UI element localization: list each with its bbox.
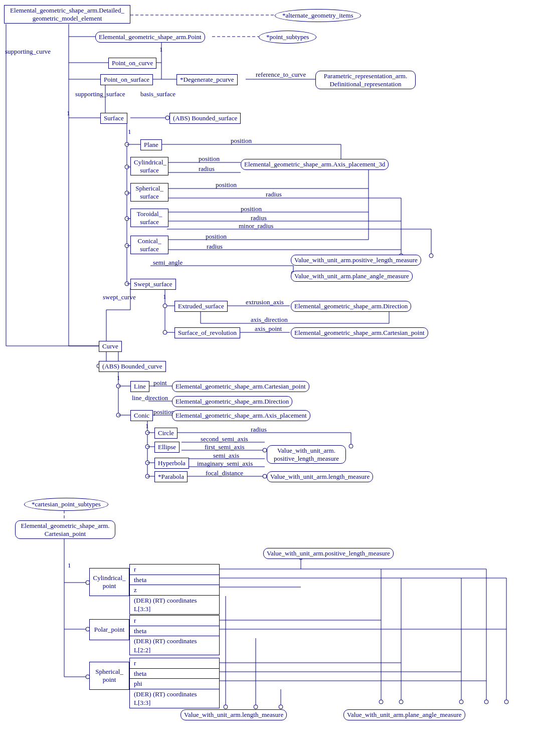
plm3-box: Value_with_unit_arm.positive_length_meas…	[263, 548, 394, 559]
pos-box: Point_on_surface	[100, 74, 153, 85]
svg-point-126	[504, 700, 508, 704]
sph-surf-box: Spherical_surface	[130, 183, 168, 202]
cyl-pt-box: Cylindrical_point	[89, 568, 129, 596]
axis3d-box: Elemental_geometric_shape_arm.Axis_place…	[241, 159, 389, 170]
plm-box: Value_with_unit_arm.positive_length_meas…	[291, 255, 421, 266]
line-dir-box: Elemental_geometric_shape_arm.Direction	[172, 396, 292, 407]
svg-point-120	[254, 705, 258, 709]
svg-point-91	[263, 448, 267, 452]
svg-point-123	[399, 700, 403, 704]
point-subtypes-oval: *point_subtypes	[259, 31, 316, 44]
extruded-box: Extruded_surface	[174, 301, 228, 312]
param-rep-box: Parametric_representation_arm.Definition…	[315, 71, 416, 89]
lm3-box: Value_with_unit_arm.length_measure	[181, 709, 287, 720]
svg-point-77	[145, 461, 149, 465]
axis-place-box: Elemental_geometric_shape_arm.Axis_place…	[172, 410, 310, 421]
sph-pt-attrs: r theta phi (DER) (RT) coordinates L[3:3…	[129, 658, 220, 708]
plm2-box: Value_with_unit_arm.positive_length_meas…	[267, 445, 346, 464]
svg-point-52	[163, 304, 167, 308]
lm-box: Value_with_unit_arm.length_measure	[267, 471, 373, 482]
circle-box: Circle	[154, 428, 177, 439]
con-surf-box: Conical_surface	[130, 236, 168, 254]
sph-pt-box: Spherical_point	[89, 662, 129, 690]
root-text: Elemental_geometric_shape_arm.Detailed_g…	[10, 7, 124, 22]
parabola-box: *Parabola	[154, 471, 188, 482]
hyperbola-box: Hyperbola	[154, 458, 189, 469]
root-box: Elemental_geometric_shape_arm.Detailed_g…	[4, 5, 130, 24]
svg-point-124	[459, 700, 463, 704]
svg-point-45	[429, 254, 433, 258]
cyl-pt-attrs: r theta z (DER) (RT) coordinates L[3:3]	[129, 564, 220, 615]
line-cpt-box: Elemental_geometric_shape_arm.Cartesian_…	[172, 381, 309, 392]
bounded-surface-box: (ABS) Bounded_surface	[169, 113, 241, 124]
svg-point-78	[145, 474, 149, 478]
svg-point-122	[379, 700, 383, 704]
cart-sub-oval: *cartesian_point_subtypes	[24, 498, 108, 511]
svg-point-90	[349, 444, 353, 448]
svg-point-125	[484, 700, 488, 704]
svg-point-22	[125, 282, 129, 286]
svg-point-119	[224, 705, 228, 709]
cpt-box: Elemental_geometric_shape_arm.Cartesian_…	[291, 327, 428, 338]
svg-point-121	[279, 705, 283, 709]
polar-pt-attrs: r theta (DER) (RT) coordinates L[2:2]	[129, 615, 220, 655]
pam-box: Value_with_unit_arm.plane_angle_measure	[291, 271, 413, 282]
lbl-supporting-curve: supporting_curve	[5, 48, 51, 56]
svg-point-76	[145, 445, 149, 449]
svg-point-68	[116, 413, 120, 417]
cart-root-box: Elemental_geometric_shape_arm.Cartesian_…	[15, 520, 115, 539]
conic-box: Conic	[130, 410, 153, 421]
sor-box: Surface_of_revolution	[174, 327, 240, 338]
bounded-curve-box: (ABS) Bounded_curve	[99, 361, 166, 372]
line-box: Line	[130, 381, 149, 392]
tor-surf-box: Toroidal_surface	[130, 209, 168, 227]
poc-box: Point_on_curve	[108, 58, 156, 69]
svg-point-67	[116, 384, 120, 388]
surface-box: Surface	[100, 113, 127, 124]
polar-pt-box: Polar_point	[89, 619, 129, 640]
svg-point-21	[125, 244, 129, 248]
svg-point-15	[165, 116, 169, 120]
dir-box: Elemental_geometric_shape_arm.Direction	[291, 301, 411, 312]
ellipse-box: Ellipse	[154, 442, 179, 453]
point-box: Elemental_geometric_shape_arm.Point	[95, 32, 205, 43]
svg-point-19	[125, 191, 129, 195]
svg-point-75	[145, 431, 149, 435]
swept-surf-box: Swept_surface	[130, 279, 176, 290]
svg-point-20	[125, 217, 129, 221]
pam3-box: Value_with_unit_arm.plane_angle_measure	[343, 709, 465, 720]
svg-point-17	[125, 142, 129, 146]
alt-geo-oval: *alternate_geometry_items	[275, 9, 361, 22]
cyl-surf-box: Cylindrical_surface	[130, 157, 168, 175]
deg-pcurve-box: *Degenerate_pcurve	[176, 74, 238, 85]
curve-box: Curve	[99, 341, 122, 352]
svg-point-92	[263, 474, 267, 478]
plane-box: Plane	[140, 139, 162, 150]
svg-point-18	[125, 165, 129, 169]
svg-point-53	[163, 330, 167, 334]
